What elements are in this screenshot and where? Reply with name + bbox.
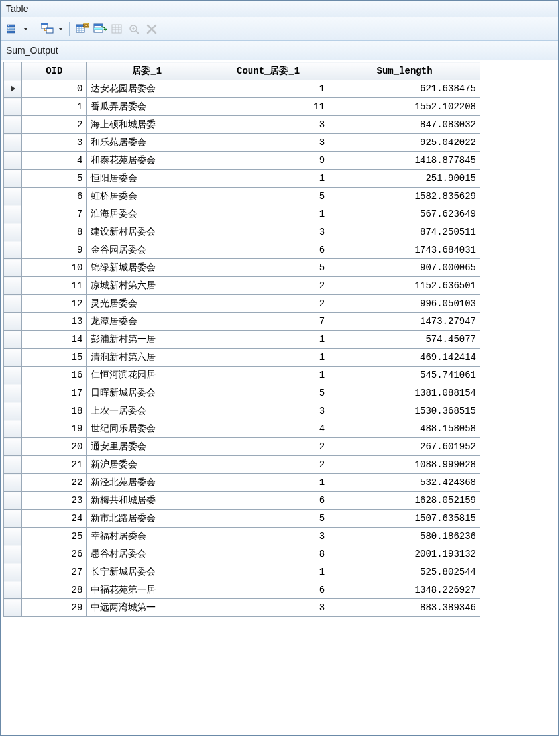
cell-oid[interactable]: 29 xyxy=(22,599,87,617)
cell-oid[interactable]: 5 xyxy=(22,170,87,188)
cell-sum[interactable]: 532.424368 xyxy=(329,474,480,492)
cell-sum[interactable]: 883.389346 xyxy=(329,599,480,617)
cell-sum[interactable]: 874.250511 xyxy=(329,223,480,241)
cell-oid[interactable]: 8 xyxy=(22,223,87,241)
cell-oid[interactable]: 12 xyxy=(22,295,87,313)
cell-name[interactable]: 愚谷村居委会 xyxy=(87,545,207,563)
cell-name[interactable]: 建设新村居委会 xyxy=(87,223,207,241)
cell-count[interactable]: 1 xyxy=(207,563,329,581)
row-selector[interactable] xyxy=(4,545,22,563)
row-selector[interactable] xyxy=(4,492,22,510)
row-selector[interactable] xyxy=(4,474,22,492)
cell-name[interactable]: 新沪居委会 xyxy=(87,456,207,474)
row-selector[interactable] xyxy=(4,313,22,331)
row-selector-header[interactable] xyxy=(4,62,22,80)
cell-oid[interactable]: 7 xyxy=(22,205,87,223)
cell-count[interactable]: 1 xyxy=(207,331,329,349)
cell-count[interactable]: 2 xyxy=(207,277,329,295)
cell-oid[interactable]: 20 xyxy=(22,438,87,456)
row-selector[interactable] xyxy=(4,331,22,349)
row-selector[interactable] xyxy=(4,581,22,599)
cell-name[interactable]: 虹桥居委会 xyxy=(87,188,207,205)
cell-oid[interactable]: 1 xyxy=(22,98,87,116)
cell-count[interactable]: 3 xyxy=(207,116,329,134)
table-row[interactable]: 17日晖新城居委会51381.088154 xyxy=(4,384,480,402)
table-row[interactable]: 23新梅共和城居委61628.052159 xyxy=(4,492,480,510)
cell-oid[interactable]: 3 xyxy=(22,134,87,152)
col-header-name[interactable]: 居委_1 xyxy=(87,62,207,80)
table-row[interactable]: 18上农一居委会31530.368515 xyxy=(4,402,480,420)
row-selector[interactable] xyxy=(4,420,22,438)
table-row[interactable]: 10锦绿新城居委会5907.000065 xyxy=(4,259,480,277)
cell-sum[interactable]: 574.45077 xyxy=(329,331,480,349)
cell-name[interactable]: 和乐苑居委会 xyxy=(87,134,207,152)
cell-count[interactable]: 3 xyxy=(207,134,329,152)
cell-oid[interactable]: 18 xyxy=(22,402,87,420)
row-selector[interactable] xyxy=(4,599,22,617)
cell-sum[interactable]: 996.050103 xyxy=(329,295,480,313)
cell-name[interactable]: 清涧新村第六居 xyxy=(87,349,207,367)
switch-selection-button[interactable] xyxy=(92,21,108,37)
table-row[interactable]: 25幸福村居委会3580.186236 xyxy=(4,528,480,545)
cell-oid[interactable]: 23 xyxy=(22,492,87,510)
cell-sum[interactable]: 1628.052159 xyxy=(329,492,480,510)
cell-sum[interactable]: 580.186236 xyxy=(329,528,480,545)
table-row[interactable]: 22新泾北苑居委会1532.424368 xyxy=(4,474,480,492)
row-selector[interactable] xyxy=(4,438,22,456)
cell-oid[interactable]: 15 xyxy=(22,349,87,367)
row-selector[interactable] xyxy=(4,528,22,545)
row-selector[interactable] xyxy=(4,116,22,134)
table-row[interactable]: 9金谷园居委会61743.684031 xyxy=(4,241,480,259)
table-row[interactable]: 15清涧新村第六居1469.142414 xyxy=(4,349,480,367)
cell-oid[interactable]: 9 xyxy=(22,241,87,259)
cell-name[interactable]: 锦绿新城居委会 xyxy=(87,259,207,277)
related-tables-button[interactable] xyxy=(40,21,56,37)
cell-name[interactable]: 海上硕和城居委 xyxy=(87,116,207,134)
cell-sum[interactable]: 567.623649 xyxy=(329,205,480,223)
row-selector[interactable] xyxy=(4,456,22,474)
cell-name[interactable]: 上农一居委会 xyxy=(87,402,207,420)
cell-count[interactable]: 3 xyxy=(207,223,329,241)
cell-name[interactable]: 中远两湾城第一 xyxy=(87,599,207,617)
cell-name[interactable]: 新市北路居委会 xyxy=(87,510,207,528)
cell-count[interactable]: 5 xyxy=(207,510,329,528)
table-row[interactable]: 5恒阳居委会1251.90015 xyxy=(4,170,480,188)
cell-oid[interactable]: 2 xyxy=(22,116,87,134)
cell-name[interactable]: 长宁新城居委会 xyxy=(87,563,207,581)
cell-count[interactable]: 5 xyxy=(207,384,329,402)
cell-name[interactable]: 龙潭居委会 xyxy=(87,313,207,331)
table-options-dropdown[interactable] xyxy=(22,21,28,37)
select-by-attributes-button[interactable]: SQL xyxy=(75,21,91,37)
cell-name[interactable]: 幸福村居委会 xyxy=(87,528,207,545)
table-row[interactable]: 20通安里居委会2267.601952 xyxy=(4,438,480,456)
cell-sum[interactable]: 488.158058 xyxy=(329,420,480,438)
cell-oid[interactable]: 10 xyxy=(22,259,87,277)
cell-name[interactable]: 凉城新村第六居 xyxy=(87,277,207,295)
cell-sum[interactable]: 621.638475 xyxy=(329,80,480,98)
cell-count[interactable]: 8 xyxy=(207,545,329,563)
cell-oid[interactable]: 27 xyxy=(22,563,87,581)
cell-sum[interactable]: 1418.877845 xyxy=(329,152,480,170)
row-selector[interactable] xyxy=(4,205,22,223)
table-row[interactable]: 13龙潭居委会71473.27947 xyxy=(4,313,480,331)
cell-name[interactable]: 彭浦新村第一居 xyxy=(87,331,207,349)
cell-count[interactable]: 5 xyxy=(207,259,329,277)
row-selector[interactable] xyxy=(4,152,22,170)
table-row[interactable]: 0达安花园居委会1621.638475 xyxy=(4,80,480,98)
cell-sum[interactable]: 1348.226927 xyxy=(329,581,480,599)
cell-count[interactable]: 1 xyxy=(207,367,329,384)
cell-count[interactable]: 1 xyxy=(207,170,329,188)
cell-count[interactable]: 6 xyxy=(207,581,329,599)
cell-sum[interactable]: 1507.635815 xyxy=(329,510,480,528)
row-selector[interactable] xyxy=(4,295,22,313)
table-row[interactable]: 19世纪同乐居委会4488.158058 xyxy=(4,420,480,438)
cell-oid[interactable]: 17 xyxy=(22,384,87,402)
cell-count[interactable]: 11 xyxy=(207,98,329,116)
cell-oid[interactable]: 13 xyxy=(22,313,87,331)
cell-sum[interactable]: 1530.368515 xyxy=(329,402,480,420)
cell-sum[interactable]: 1152.636501 xyxy=(329,277,480,295)
cell-name[interactable]: 仁恒河滨花园居 xyxy=(87,367,207,384)
table-row[interactable]: 8建设新村居委会3874.250511 xyxy=(4,223,480,241)
cell-count[interactable]: 3 xyxy=(207,599,329,617)
table-row[interactable]: 4和泰花苑居委会91418.877845 xyxy=(4,152,480,170)
